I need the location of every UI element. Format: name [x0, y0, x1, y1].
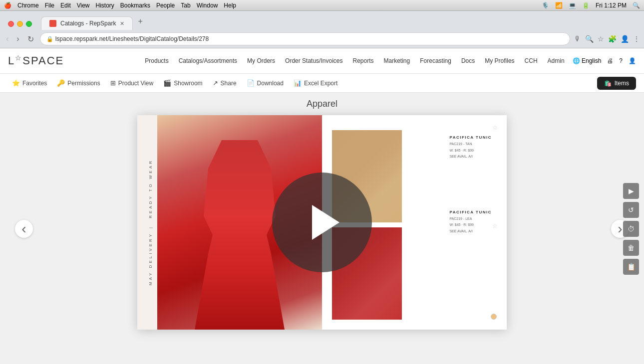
- share-icon: ↗: [213, 79, 218, 87]
- chrome-menu[interactable]: Chrome: [17, 2, 39, 9]
- url-text: lspace.repspark.net/Linesheets/DigitalCa…: [55, 35, 209, 42]
- maximize-button[interactable]: [26, 21, 32, 27]
- tab-label: Catalogs - RepSpark: [60, 20, 116, 27]
- nav-products[interactable]: Products: [145, 57, 168, 64]
- logo: L☆SPACE: [8, 54, 64, 67]
- file-menu[interactable]: File: [45, 2, 54, 9]
- product-2-info: PACIFICA TUNIC PAC219 - LEA W: $45 · R: …: [449, 210, 492, 235]
- nav-marketing[interactable]: Marketing: [384, 57, 410, 64]
- bookmark-star-icon[interactable]: ☆: [598, 35, 604, 43]
- share-button[interactable]: ↗ Share: [209, 77, 241, 89]
- minimize-button[interactable]: [17, 21, 23, 27]
- star-icon: ⭐: [12, 79, 20, 87]
- url-input[interactable]: 🔒 lspace.repspark.net/Linesheets/Digital…: [40, 32, 570, 45]
- excel-export-button[interactable]: 📊 Excel Export: [290, 77, 341, 89]
- menu-icon[interactable]: ⋮: [633, 35, 640, 43]
- nav-order-status[interactable]: Order Status/Invoices: [285, 57, 342, 64]
- key-icon: 🔑: [57, 79, 65, 87]
- prev-page-button[interactable]: ‹: [15, 220, 33, 238]
- history-menu[interactable]: History: [96, 2, 114, 9]
- view-menu[interactable]: View: [77, 2, 90, 9]
- display-icon: 💻: [569, 2, 576, 9]
- back-button[interactable]: ‹: [4, 32, 10, 45]
- browser-chrome: Catalogs - RepSpark ✕ + ‹ › ↻ 🔒 lspace.r…: [0, 11, 644, 48]
- items-button[interactable]: 🛍️ Items: [597, 77, 636, 90]
- vertical-text-1: READY TO WEAR: [148, 159, 153, 218]
- product-view-label: Product View: [118, 80, 153, 87]
- product-info-column: ☆ PACIFICA TUNIC PAC219 - TAN W: $45 · R…: [444, 125, 497, 320]
- main-content: Apparel ‹ READY TO WEAR | MAY DELIVERY: [0, 93, 644, 364]
- favorites-button[interactable]: ⭐ Favorites: [8, 77, 51, 89]
- product-1-code: PAC219 - TAN: [449, 141, 492, 148]
- side-tool-play[interactable]: ▶: [623, 183, 639, 199]
- main-nav: Products Catalogs/Assortments My Orders …: [145, 57, 564, 64]
- reload-button[interactable]: ↻: [25, 32, 36, 46]
- nav-forecasting[interactable]: Forecasting: [420, 57, 451, 64]
- address-bar: ‹ › ↻ 🔒 lspace.repspark.net/Linesheets/D…: [0, 30, 644, 48]
- new-tab-button[interactable]: +: [134, 15, 146, 28]
- language-selector[interactable]: 🌐 English: [573, 57, 602, 64]
- side-tools: ▶ ↺ ⏱ 🗑 📋: [623, 183, 639, 275]
- clock: Fri 1:12 PM: [596, 2, 627, 9]
- nav-cch[interactable]: CCH: [525, 57, 538, 64]
- microphone-icon: 🎙️: [542, 2, 549, 9]
- product-1-availability: SEE AVAIL. A/I: [449, 154, 492, 160]
- profile-icon[interactable]: 👤: [621, 35, 629, 43]
- mic-icon[interactable]: 🎙: [574, 35, 581, 43]
- extensions-icon[interactable]: 🧩: [608, 35, 617, 43]
- user-icon[interactable]: 👤: [629, 57, 636, 64]
- help-menu[interactable]: Help: [224, 2, 236, 9]
- add-to-order-icon[interactable]: [491, 314, 497, 320]
- side-tool-history[interactable]: ⏱: [623, 221, 639, 237]
- lock-icon: 🔒: [46, 36, 53, 42]
- forward-button[interactable]: ›: [14, 32, 21, 45]
- nav-docs[interactable]: Docs: [461, 57, 475, 64]
- close-button[interactable]: [8, 21, 14, 27]
- catalog-spread: READY TO WEAR | MAY DELIVERY: [137, 115, 507, 330]
- side-tool-refresh[interactable]: ↺: [623, 202, 639, 218]
- wishlist-1-icon[interactable]: ☆: [492, 124, 498, 131]
- nav-reports[interactable]: Reports: [352, 57, 373, 64]
- wishlist-2-icon[interactable]: ☆: [492, 222, 498, 229]
- tab-close-button[interactable]: ✕: [120, 20, 124, 27]
- download-button[interactable]: 📄 Download: [243, 77, 288, 89]
- product-view-button[interactable]: ⊞ Product View: [106, 77, 157, 89]
- excel-icon: 📊: [294, 79, 302, 87]
- product-2-availability: SEE AVAIL. A/I: [449, 228, 492, 235]
- people-menu[interactable]: People: [156, 2, 175, 9]
- vertical-text-separator: |: [148, 226, 153, 228]
- spotlight-icon[interactable]: 🔍: [633, 2, 640, 9]
- nav-my-profiles[interactable]: My Profiles: [485, 57, 514, 64]
- product-2-name: PACIFICA TUNIC: [449, 210, 492, 214]
- permissions-label: Permissions: [67, 80, 100, 87]
- video-icon: 🎬: [163, 79, 171, 87]
- grid-icon: ⊞: [110, 79, 116, 87]
- video-play-button[interactable]: [272, 173, 372, 272]
- permissions-button[interactable]: 🔑 Permissions: [53, 77, 104, 89]
- traffic-lights: [4, 21, 36, 27]
- tab-favicon: [49, 20, 56, 27]
- product-1-sizes: W: $45 · R: $99: [449, 148, 492, 154]
- showroom-button[interactable]: 🎬 Showroom: [159, 77, 206, 89]
- favorites-label: Favorites: [22, 80, 47, 87]
- nav-catalogs[interactable]: Catalogs/Assortments: [179, 57, 237, 64]
- nav-my-orders[interactable]: My Orders: [247, 57, 275, 64]
- nav-admin[interactable]: Admin: [548, 57, 565, 64]
- active-tab[interactable]: Catalogs - RepSpark ✕: [41, 16, 133, 30]
- tab-menu[interactable]: Tab: [181, 2, 190, 9]
- product-1-info: PACIFICA TUNIC PAC219 - TAN W: $45 · R: …: [449, 130, 492, 160]
- product-2-sizes: W: $45 · R: $99: [449, 222, 492, 228]
- side-tool-delete[interactable]: 🗑: [623, 240, 639, 256]
- help-icon[interactable]: ?: [619, 57, 623, 64]
- print-icon[interactable]: 🖨: [607, 57, 613, 64]
- window-menu[interactable]: Window: [197, 2, 218, 9]
- toolbar: ⭐ Favorites 🔑 Permissions ⊞ Product View…: [0, 74, 644, 93]
- showroom-label: Showroom: [174, 80, 202, 87]
- product-1-name: PACIFICA TUNIC: [449, 135, 492, 140]
- bookmarks-menu[interactable]: Bookmarks: [120, 2, 150, 9]
- side-tool-copy[interactable]: 📋: [623, 259, 639, 275]
- edit-menu[interactable]: Edit: [60, 2, 71, 9]
- apple-menu[interactable]: 🍎: [4, 2, 11, 9]
- share-label: Share: [221, 80, 237, 87]
- search-icon[interactable]: 🔍: [585, 35, 594, 43]
